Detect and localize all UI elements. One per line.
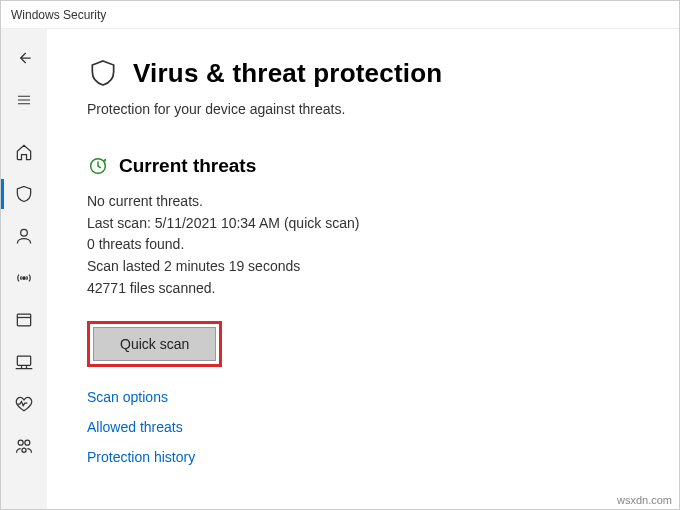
quick-scan-button[interactable]: Quick scan xyxy=(93,327,216,361)
main-content: Virus & threat protection Protection for… xyxy=(47,29,679,509)
app-control-icon xyxy=(14,310,34,330)
files-scanned-line: 42771 files scanned. xyxy=(87,278,655,300)
quick-scan-highlight: Quick scan xyxy=(87,321,222,367)
window-title: Windows Security xyxy=(11,8,106,22)
page-title: Virus & threat protection xyxy=(133,58,442,89)
sidebar-item-account[interactable] xyxy=(1,215,47,257)
device-icon xyxy=(14,352,34,372)
sidebar-item-home[interactable] xyxy=(1,131,47,173)
sidebar-spacer xyxy=(1,121,47,131)
watermark: wsxdn.com xyxy=(617,494,672,506)
link-list: Scan options Allowed threats Protection … xyxy=(87,389,655,465)
hamburger-menu[interactable] xyxy=(1,79,47,121)
sidebar-item-firewall[interactable] xyxy=(1,257,47,299)
svg-point-6 xyxy=(22,448,26,452)
svg-rect-3 xyxy=(17,356,30,365)
sidebar-item-virus-threat[interactable] xyxy=(1,173,47,215)
section-title: Current threats xyxy=(119,155,256,177)
titlebar: Windows Security xyxy=(1,1,679,29)
page-subtitle: Protection for your device against threa… xyxy=(87,101,655,117)
section-header: Current threats xyxy=(87,155,655,177)
sidebar xyxy=(1,29,47,509)
hamburger-icon xyxy=(15,91,33,109)
scan-duration-line: Scan lasted 2 minutes 19 seconds xyxy=(87,256,655,278)
allowed-threats-link[interactable]: Allowed threats xyxy=(87,419,655,435)
shield-icon xyxy=(87,57,119,89)
back-arrow-icon xyxy=(14,48,34,68)
back-button[interactable] xyxy=(1,37,47,79)
last-scan-line: Last scan: 5/11/2021 10:34 AM (quick sca… xyxy=(87,213,655,235)
window-body: Virus & threat protection Protection for… xyxy=(1,29,679,509)
threats-found-line: 0 threats found. xyxy=(87,234,655,256)
scan-options-link[interactable]: Scan options xyxy=(87,389,655,405)
heart-icon xyxy=(14,394,34,414)
threat-info: No current threats. Last scan: 5/11/2021… xyxy=(87,191,655,299)
signal-icon xyxy=(14,268,34,288)
sidebar-item-device-security[interactable] xyxy=(1,341,47,383)
page-header: Virus & threat protection xyxy=(87,57,655,89)
threat-status: No current threats. xyxy=(87,191,655,213)
svg-rect-2 xyxy=(17,314,30,326)
sidebar-item-family[interactable] xyxy=(1,425,47,467)
svg-point-1 xyxy=(23,277,26,280)
window: Windows Security xyxy=(0,0,680,510)
person-icon xyxy=(14,226,34,246)
svg-point-4 xyxy=(18,440,23,445)
sidebar-item-device-performance[interactable] xyxy=(1,383,47,425)
svg-point-5 xyxy=(25,440,30,445)
family-icon xyxy=(14,436,34,456)
home-icon xyxy=(14,142,34,162)
refresh-shield-icon xyxy=(87,155,109,177)
sidebar-item-app-browser[interactable] xyxy=(1,299,47,341)
svg-point-0 xyxy=(21,229,28,236)
protection-history-link[interactable]: Protection history xyxy=(87,449,655,465)
shield-icon xyxy=(14,184,34,204)
